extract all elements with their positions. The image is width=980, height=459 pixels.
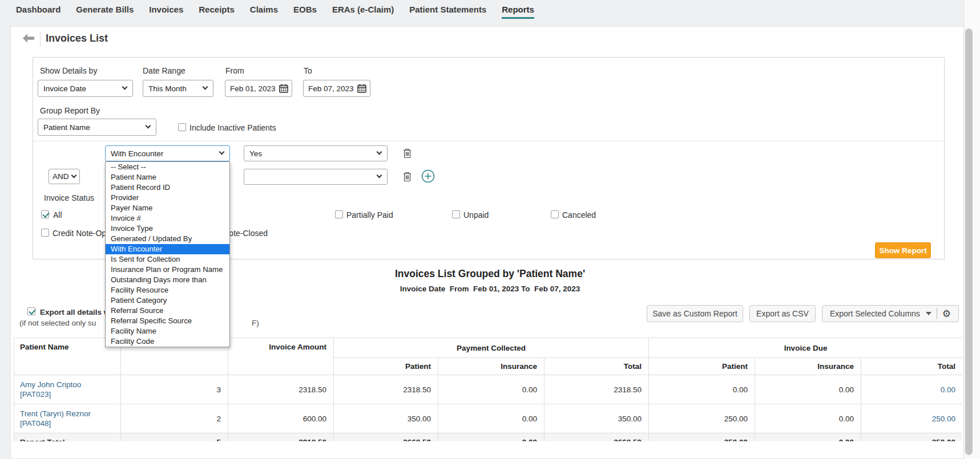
patient-record-id[interactable]: [PAT023] xyxy=(20,389,116,399)
top-nav: Dashboard Generate Bills Invoices Receip… xyxy=(16,5,534,23)
dropdown-option[interactable]: Patient Category xyxy=(106,295,229,306)
back-arrow-icon[interactable] xyxy=(22,33,35,43)
dropdown-option[interactable]: Payer Name xyxy=(106,203,229,213)
status-all-checkbox[interactable] xyxy=(41,210,49,218)
dropdown-option[interactable]: Invoice Type xyxy=(106,224,229,234)
export-all-label: Export all details w xyxy=(40,308,110,316)
chevron-down-icon xyxy=(71,172,77,178)
cell-invoice-amount: 600.00 xyxy=(228,404,334,433)
dropdown-option[interactable]: Generated / Updated By xyxy=(106,234,229,244)
nav-eobs[interactable]: EOBs xyxy=(293,5,317,17)
to-date-input[interactable]: Feb 07, 2023 xyxy=(303,80,370,97)
total-due-insurance: 0.00 xyxy=(755,433,861,442)
dropdown-option[interactable]: Facility Resource xyxy=(106,285,229,295)
nav-receipts[interactable]: Receipts xyxy=(199,5,235,17)
nav-generate-bills[interactable]: Generate Bills xyxy=(76,5,134,17)
nav-dashboard[interactable]: Dashboard xyxy=(16,5,61,17)
gear-icon[interactable]: ⚙ xyxy=(942,309,951,319)
patient-link[interactable]: Trent (Taryn) Reznor xyxy=(20,409,116,419)
dropdown-option[interactable]: Facility Name xyxy=(106,326,229,336)
from-date-input[interactable]: Feb 01, 2023 xyxy=(225,80,292,97)
filter-value-select[interactable]: Yes xyxy=(244,145,388,161)
subheader-due-insurance: Insurance xyxy=(755,358,861,375)
status-unpaid-label: Unpaid xyxy=(463,210,489,220)
report-total-row: Report Total 5 2918.50 2668.50 0.00 2668… xyxy=(14,433,963,442)
field-dropdown-list: -- Select -- Patient Name Patient Record… xyxy=(105,161,230,347)
status-canceled-label: Canceled xyxy=(562,210,596,220)
dropdown-option[interactable]: Referral Source xyxy=(106,306,229,316)
patient-record-id[interactable]: [PAT048] xyxy=(20,419,116,428)
export-selected-columns-button[interactable]: Export Selected Columns ⚙ xyxy=(822,305,959,322)
dropdown-option[interactable]: Patient Record ID xyxy=(106,182,229,193)
total-pc-total: 2668.50 xyxy=(545,433,649,442)
subheader-due-total: Total xyxy=(861,358,962,375)
nav-invoices[interactable]: Invoices xyxy=(149,5,183,17)
include-inactive-checkbox[interactable] xyxy=(178,123,186,131)
subheader-pc-total: Total xyxy=(545,358,649,375)
status-canceled-checkbox[interactable] xyxy=(551,210,559,218)
invoice-status-label: Invoice Status xyxy=(44,193,94,202)
operator-select[interactable]: AND xyxy=(49,169,80,184)
dropdown-option[interactable]: Patient Name xyxy=(106,172,229,182)
cell-due-total-link[interactable]: 0.00 xyxy=(861,375,962,404)
show-details-by-value: Invoice Date xyxy=(43,84,86,93)
cell-pc-patient: 350.00 xyxy=(334,404,438,433)
filter-field-select[interactable]: With Encounter xyxy=(105,145,230,161)
save-custom-report-button[interactable]: Save as Custom Report xyxy=(647,305,743,322)
date-range-select[interactable]: This Month xyxy=(143,80,213,97)
table-row: Trent (Taryn) Reznor[PAT048] 2 600.00 35… xyxy=(14,404,963,433)
calendar-icon[interactable] xyxy=(354,80,370,96)
group-report-by-select[interactable]: Patient Name xyxy=(38,119,156,136)
export-note-tail: F) xyxy=(252,319,259,327)
date-range-label: Date Range xyxy=(143,66,185,75)
cell-due-total-link[interactable]: 250.00 xyxy=(861,404,962,433)
status-unpaid-checkbox[interactable] xyxy=(452,210,460,218)
dropdown-option-selected[interactable]: With Encounter xyxy=(106,244,229,254)
patient-link[interactable]: Amy John Criptoo xyxy=(20,380,116,389)
show-report-button[interactable]: Show Report xyxy=(875,242,931,258)
export-csv-label: Export as CSV xyxy=(756,309,809,318)
dropdown-option[interactable]: Provider xyxy=(106,193,229,203)
total-pc-insurance: 0.00 xyxy=(438,433,545,442)
status-credit-open-checkbox[interactable] xyxy=(41,229,49,237)
export-all-checkbox[interactable] xyxy=(27,307,35,315)
nav-claims[interactable]: Claims xyxy=(250,5,278,17)
dropdown-option[interactable]: Insurance Plan or Program Name xyxy=(106,265,229,275)
dropdown-option[interactable]: Facility Code xyxy=(106,336,229,347)
status-all-label: All xyxy=(53,210,62,220)
cell-due-patient: 0.00 xyxy=(649,375,755,404)
dropdown-option[interactable]: Is Sent for Collection xyxy=(106,254,229,265)
nav-patient-statements[interactable]: Patient Statements xyxy=(409,5,486,17)
panel-divider xyxy=(33,141,945,141)
cell-due-insurance: 0.00 xyxy=(755,404,861,433)
from-date-value: Feb 01, 2023 xyxy=(225,84,276,93)
delete-condition-icon[interactable] xyxy=(403,172,412,182)
show-details-by-select[interactable]: Invoice Date xyxy=(38,80,133,97)
export-csv-button[interactable]: Export as CSV xyxy=(749,305,816,322)
add-condition-icon[interactable] xyxy=(421,169,435,183)
include-inactive-label: Include Inactive Patients xyxy=(189,123,276,132)
nav-eras[interactable]: ERAs (e-Claim) xyxy=(332,5,394,17)
dropdown-option[interactable]: -- Select -- xyxy=(106,162,229,172)
scrollbar-thumb[interactable] xyxy=(965,29,973,455)
delete-condition-icon[interactable] xyxy=(403,148,412,159)
cell-due-patient: 250.00 xyxy=(649,404,755,433)
dropdown-option[interactable]: Outstanding Days more than xyxy=(106,275,229,285)
total-count: 5 xyxy=(121,433,228,442)
cell-count: 3 xyxy=(121,375,228,404)
nav-reports[interactable]: Reports xyxy=(502,5,534,19)
status-partially-paid-checkbox[interactable] xyxy=(335,210,343,218)
dropdown-option[interactable]: Referral Specific Source xyxy=(106,316,229,326)
cell-pc-insurance: 0.00 xyxy=(438,375,545,404)
dropdown-option[interactable]: Invoice # xyxy=(106,213,229,224)
total-due-patient: 250.00 xyxy=(649,433,755,442)
chevron-down-icon xyxy=(203,84,208,90)
operator-value: AND xyxy=(53,172,69,181)
cell-count: 2 xyxy=(121,404,228,433)
report-table: Patient Name Invoice Amount Payment Coll… xyxy=(14,338,962,441)
col-group-payment-collected: Payment Collected xyxy=(334,338,649,358)
title-divider xyxy=(40,31,41,47)
filter-value-select-2[interactable] xyxy=(244,169,388,185)
save-custom-report-label: Save as Custom Report xyxy=(652,309,737,318)
calendar-icon[interactable] xyxy=(276,80,292,96)
